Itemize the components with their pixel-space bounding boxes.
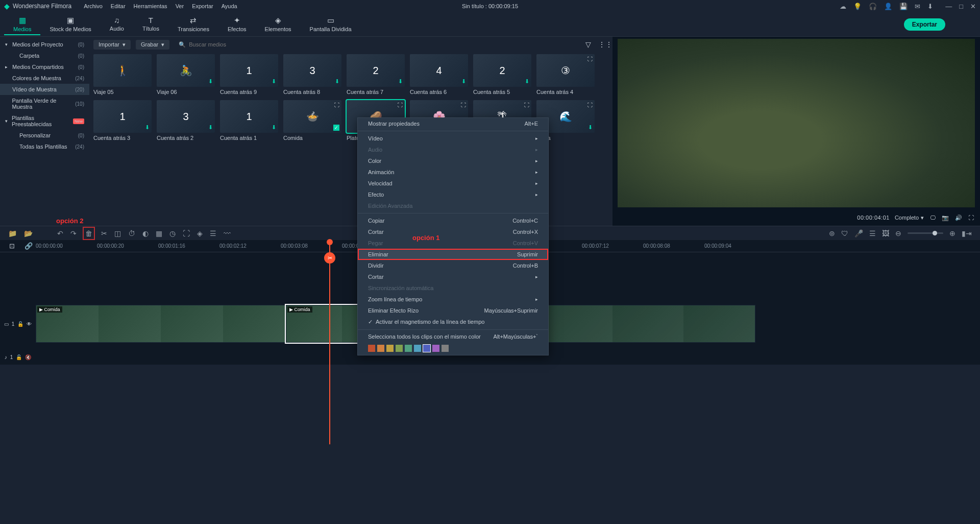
sidebar-item[interactable]: Carpeta(0)	[0, 50, 89, 61]
sidebar-item[interactable]: ▸Medios Compartidos(0)	[0, 61, 89, 73]
color-swatch[interactable]	[423, 345, 430, 352]
menu-editar[interactable]: Editar	[111, 3, 126, 9]
media-item[interactable]: 🚶Viaje 05	[93, 54, 152, 95]
context-menu-item[interactable]: Cortar▸	[358, 271, 548, 282]
fullscreen-icon[interactable]: ⛶	[968, 215, 974, 221]
download-icon[interactable]: ⬇	[272, 78, 276, 85]
lock-icon[interactable]: 🔓	[16, 354, 22, 360]
close-icon[interactable]: ✕	[970, 3, 976, 10]
mic-icon[interactable]: 🎤	[854, 229, 863, 237]
expand-icon[interactable]: ⛶	[334, 102, 339, 108]
time-icon[interactable]: ◷	[169, 229, 176, 237]
media-thumb[interactable]: 3⬇	[157, 100, 215, 133]
media-item[interactable]: ③⛶Cuenta atrás 4	[536, 54, 595, 95]
context-menu-item[interactable]: Color▸	[358, 155, 548, 166]
expand-icon[interactable]: ▮⇥	[962, 229, 972, 237]
freeze-icon[interactable]: ▦	[156, 229, 162, 237]
zoom-slider[interactable]	[908, 232, 943, 234]
menu-ayuda[interactable]: Ayuda	[222, 3, 237, 9]
sidebar-item[interactable]: Personalizar(0)	[0, 130, 89, 141]
download-icon[interactable]: ⬇	[588, 124, 593, 131]
expand-icon[interactable]: ⛶	[524, 102, 529, 108]
media-thumb[interactable]: 🚶	[93, 54, 152, 87]
media-item[interactable]: 1⬇Cuenta atrás 9	[220, 54, 278, 95]
quality-dropdown[interactable]: Completo ▾	[895, 215, 924, 221]
context-menu-item[interactable]: Efecto▸	[358, 189, 548, 200]
folder-icon[interactable]: 📂	[24, 229, 33, 237]
media-item[interactable]: 3⬇Cuenta atrás 2	[157, 100, 215, 141]
download-icon[interactable]: ⬇	[335, 78, 339, 85]
fit-icon[interactable]: ⛶	[183, 229, 190, 237]
sidebar-item[interactable]: Vídeo de Muestra(20)	[0, 84, 89, 95]
tab-títulos[interactable]: TTítulos	[133, 14, 168, 35]
color-swatch[interactable]	[414, 345, 421, 352]
color-swatch[interactable]	[386, 345, 394, 352]
download-icon[interactable]: ⬇	[208, 78, 213, 85]
expand-icon[interactable]: ⛶	[587, 102, 593, 108]
menu-herramientas[interactable]: Herramientas	[134, 3, 167, 9]
keyframe-icon[interactable]: ◈	[197, 229, 203, 237]
mail-icon[interactable]: ✉	[915, 3, 920, 10]
media-thumb[interactable]: 1⬇	[220, 54, 278, 87]
menu-ver[interactable]: Ver	[176, 3, 184, 9]
sidebar-item[interactable]: Todas las Plantillas(24)	[0, 141, 89, 152]
filter-icon[interactable]: ▽	[583, 40, 593, 49]
redo-icon[interactable]: ↷	[70, 229, 77, 237]
image-icon[interactable]: 🖼	[882, 229, 889, 237]
user-icon[interactable]: 👤	[884, 3, 892, 10]
media-item[interactable]: 4⬇Cuenta atrás 6	[410, 54, 468, 95]
tab-audio[interactable]: ♫Audio	[101, 14, 133, 35]
media-thumb[interactable]: 🍲⛶✓	[283, 100, 341, 133]
track-audio-icon[interactable]: ♪	[5, 354, 7, 360]
preview-canvas[interactable]	[618, 39, 975, 207]
download-icon[interactable]: ⬇	[272, 124, 276, 131]
grid-view-icon[interactable]: ⋮⋮⋮	[598, 40, 608, 49]
export-button[interactable]: Exportar	[904, 18, 945, 31]
context-menu-item[interactable]: Animación▸	[358, 166, 548, 178]
search-input[interactable]	[189, 41, 574, 47]
download-icon[interactable]: ⬇	[145, 124, 150, 131]
audio-wave-icon[interactable]: 〰	[224, 229, 231, 237]
eye-icon[interactable]: 👁	[27, 321, 32, 327]
mute-icon[interactable]: 🔇	[25, 354, 31, 360]
download-icon[interactable]: ⬇	[927, 3, 933, 10]
context-menu-item[interactable]: ✓Activar el magnetismo de la línea de ti…	[358, 316, 548, 328]
context-menu-item[interactable]: CortarControl+X	[358, 226, 548, 237]
link-icon[interactable]: 🔗	[24, 242, 33, 250]
menu-exportar[interactable]: Exportar	[192, 3, 213, 9]
monitor-icon[interactable]: 🖵	[930, 215, 936, 221]
context-menu-item[interactable]: Mostrar propiedadesAlt+E	[358, 118, 548, 129]
context-menu-item[interactable]: DividirControl+B	[358, 260, 548, 271]
cloud-icon[interactable]: ☁	[840, 3, 846, 10]
color-swatch[interactable]	[368, 345, 375, 352]
media-thumb[interactable]: 🚴⬇	[157, 54, 215, 87]
headset-icon[interactable]: 🎧	[869, 3, 877, 10]
volume-icon[interactable]: 🔊	[955, 215, 962, 221]
media-thumb[interactable]: 1⬇	[220, 100, 278, 133]
media-item[interactable]: 3⬇Cuenta atrás 8	[283, 54, 341, 95]
color-swatch[interactable]	[405, 345, 412, 352]
expand-icon[interactable]: ⛶	[461, 102, 466, 108]
context-menu-item[interactable]: EliminarSuprimir	[358, 249, 548, 260]
track-video-icon[interactable]: ▭	[4, 321, 9, 327]
cut-icon[interactable]: ✂	[101, 229, 107, 237]
adjust-icon[interactable]: ☰	[210, 229, 216, 237]
import-dropdown[interactable]: Importar ▾	[93, 40, 131, 50]
auto-ripple-icon[interactable]: ⊡	[9, 242, 15, 250]
tab-medios[interactable]: ▦Medios	[4, 14, 40, 35]
menu-archivo[interactable]: Archivo	[84, 3, 103, 9]
media-item[interactable]: 🚴⬇Viaje 06	[157, 54, 215, 95]
bulb-icon[interactable]: 💡	[853, 3, 862, 10]
color-swatch[interactable]	[396, 345, 403, 352]
camera-icon[interactable]: 📷	[942, 215, 949, 221]
tab-elementos[interactable]: ◈Elementos	[256, 14, 301, 35]
media-item[interactable]: 1⬇Cuenta atrás 3	[93, 100, 152, 141]
tab-efectos[interactable]: ✦Efectos	[218, 14, 256, 35]
timeline-clip[interactable]: ▶ Comida	[36, 305, 286, 343]
download-icon[interactable]: ⬇	[398, 78, 403, 85]
lock-icon[interactable]: 🔓	[17, 321, 23, 327]
scissors-icon[interactable]: ✂	[324, 252, 335, 264]
context-menu-item[interactable]: CopiarControl+C	[358, 215, 548, 226]
effect-icon[interactable]: ⊚	[829, 229, 835, 237]
color-swatch[interactable]	[377, 345, 384, 352]
